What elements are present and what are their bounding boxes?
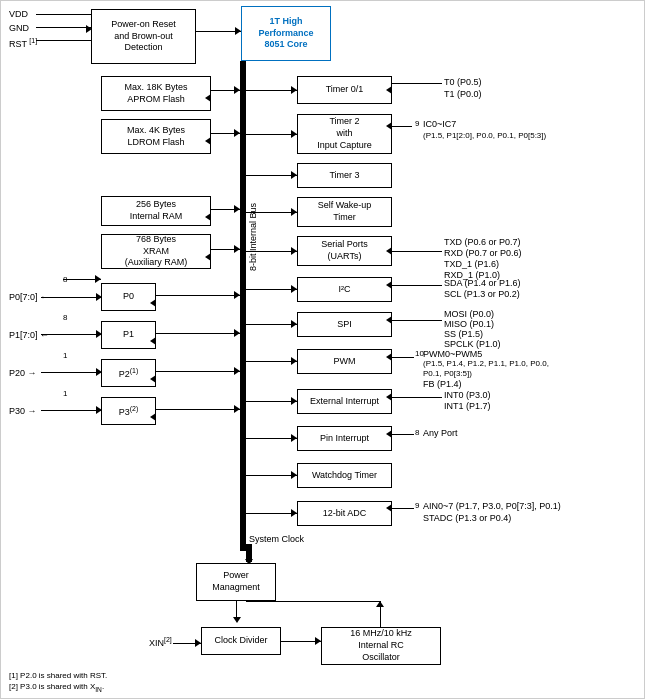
footnote1: [1] P2.0 is shared with RST. (9, 671, 107, 680)
vdd-label: VDD (9, 9, 28, 19)
ss-label: SS (P1.5) (444, 329, 483, 339)
spclk-label: SPCLK (P1.0) (444, 339, 501, 349)
ldrom-block: Max. 4K BytesLDROM Flash (101, 119, 211, 154)
i2c-block: I²C (297, 277, 392, 302)
ic-label: IC0~IC7 (423, 119, 456, 129)
system-clock-label: System Clock (249, 534, 304, 544)
adc-block: 12-bit ADC (297, 501, 392, 526)
timer3-block: Timer 3 (297, 163, 392, 188)
t1-label: T1 (P0.0) (444, 89, 482, 99)
sda-label: SDA (P1.4 or P1.6) (444, 278, 521, 288)
pwm-block: PWM (297, 349, 392, 374)
p3-bus-count: 1 (63, 389, 67, 398)
t0-label: T0 (P0.5) (444, 77, 482, 87)
int1-label: INT1 (P1.7) (444, 401, 491, 411)
txd-label: TXD (P0.6 or P0.7) (444, 237, 521, 247)
miso-label: MISO (P0.1) (444, 319, 494, 329)
int0-label: INT0 (P3.0) (444, 390, 491, 400)
txd1-label: TXD_1 (P1.6) (444, 259, 499, 269)
ic-count-label: 9 (415, 119, 419, 128)
core-block: 1T HighPerformance8051 Core (241, 6, 331, 61)
pwm-detail-label: (P1.5, P1.4, P1.2, P1.1, P1.0, P0.0, (423, 359, 549, 368)
ic-detail-label: (P1.5, P1[2:0], P0.0, P0.1, P0[5:3]) (423, 131, 546, 140)
pwm-detail2-label: P0.1, P0[3:5]) (423, 369, 472, 378)
p1-bus-count: 8 (63, 313, 67, 322)
power-management-block: PowerManagment (196, 563, 276, 601)
clock-divider-block: Clock Divider (201, 627, 281, 655)
diagram: VDD GND RST [1] Power-on Resetand Brown-… (0, 0, 645, 699)
pin-int-count: 8 (415, 428, 419, 437)
self-wakeup-block: Self Wake-upTimer (297, 197, 392, 227)
xram-block: 768 BytesXRAM(Auxiliary RAM) (101, 234, 211, 269)
p3-block: P3(2) (101, 397, 156, 425)
p3-port-label: P30 → (9, 406, 37, 416)
power-on-reset-block: Power-on Resetand Brown-outDetection (91, 9, 196, 64)
p2-port-label: P20 → (9, 368, 37, 378)
rst-label: RST [1] (9, 37, 37, 49)
pwm-signals-label: PWM0~PWM5 (423, 349, 482, 359)
pin-interrupt-block: Pin Interrupt (297, 426, 392, 451)
p2-bus-count: 1 (63, 351, 67, 360)
ain-label: AIN0~7 (P1.7, P3.0, P0[7:3], P0.1) (423, 501, 561, 511)
serial-ports-block: Serial Ports(UARTs) (297, 236, 392, 266)
mosi-label: MOSI (P0.0) (444, 309, 494, 319)
ext-interrupt-block: External Interrupt (297, 389, 392, 414)
watchdog-block: Watchdog Timer (297, 463, 392, 488)
aprom-block: Max. 18K BytesAPROM Flash (101, 76, 211, 111)
p2-block: P2(1) (101, 359, 156, 387)
stadc-label: STADC (P1.3 or P0.4) (423, 513, 511, 523)
timer2-block: Timer 2withInput Capture (297, 114, 392, 154)
bus-label: 8-bit Internal Bus (248, 203, 258, 271)
timer01-block: Timer 0/1 (297, 76, 392, 104)
oscillator-block: 16 MHz/10 kHzInternal RCOscillator (321, 627, 441, 665)
xin-label: XIN[2] (149, 636, 172, 648)
spi-block: SPI (297, 312, 392, 337)
adc-count-label: 9 (415, 501, 419, 510)
p1-block: P1 (101, 321, 156, 349)
gnd-label: GND (9, 23, 29, 33)
footnote2: [2] P3.0 is shared with XIN. (9, 682, 104, 693)
pin-int-label: Any Port (423, 428, 458, 438)
p1-port-label: P1[7:0] ← (9, 330, 49, 340)
fb-label: FB (P1.4) (423, 379, 462, 389)
p0-block: P0 (101, 283, 156, 311)
scl-label: SCL (P1.3 or P0.2) (444, 289, 520, 299)
internal-ram-block: 256 BytesInternal RAM (101, 196, 211, 226)
rxd-label: RXD (P0.7 or P0.6) (444, 248, 522, 258)
